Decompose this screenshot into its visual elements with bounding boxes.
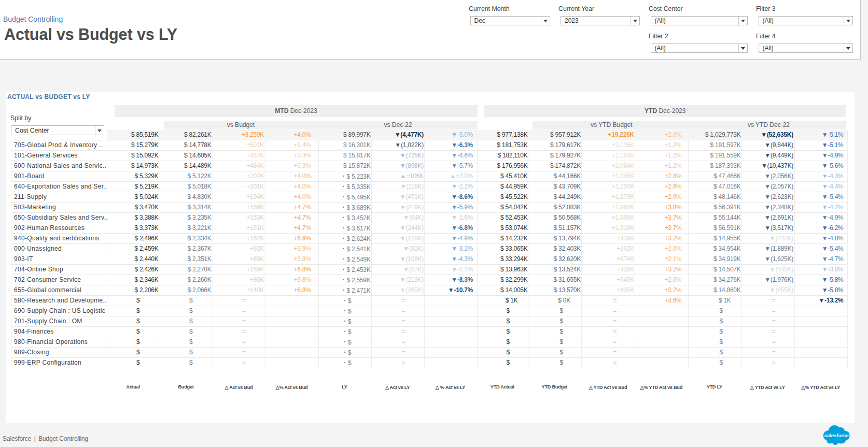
svg-text:salesforce: salesforce — [824, 432, 849, 438]
